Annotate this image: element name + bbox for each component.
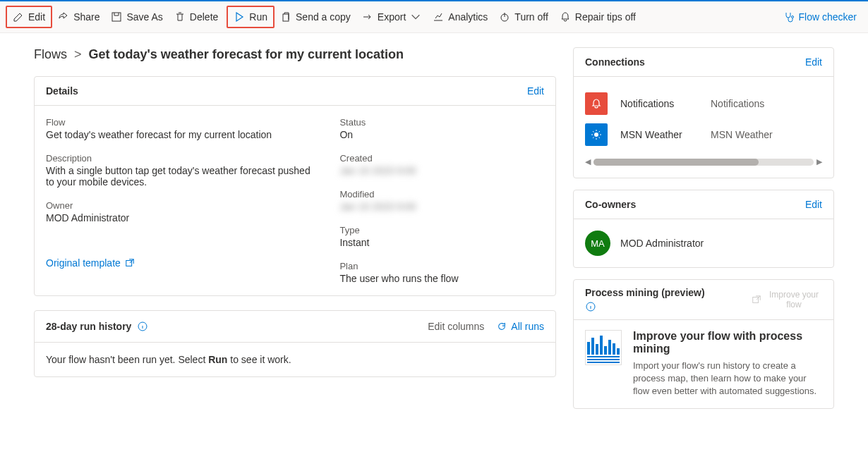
edit-button[interactable]: Edit bbox=[6, 6, 52, 28]
scroll-left-icon[interactable]: ◀ bbox=[585, 157, 591, 166]
refresh-icon bbox=[497, 321, 507, 331]
scroll-right-icon[interactable]: ▶ bbox=[816, 157, 822, 166]
info-icon[interactable] bbox=[585, 301, 596, 312]
coowners-card: Co-owners Edit MA MOD Administrator bbox=[573, 190, 834, 268]
connections-card: Connections Edit Notifications Notificat… bbox=[573, 47, 834, 178]
details-title: Details bbox=[46, 85, 78, 97]
description-value: With a single button tap get today's wea… bbox=[46, 165, 311, 188]
turn-off-button[interactable]: Turn off bbox=[493, 7, 553, 27]
info-icon[interactable] bbox=[137, 321, 148, 332]
power-icon bbox=[499, 11, 510, 23]
horizontal-scrollbar[interactable]: ◀ ▶ bbox=[585, 157, 822, 166]
connection-type: Notifications bbox=[711, 98, 764, 109]
open-icon bbox=[752, 295, 761, 305]
analytics-button[interactable]: Analytics bbox=[427, 7, 493, 27]
play-icon bbox=[234, 11, 245, 23]
modified-label: Modified bbox=[339, 189, 544, 200]
created-value: Jan 10 2023 9:00 bbox=[339, 165, 544, 176]
status-value: On bbox=[339, 129, 544, 140]
connection-type: MSN Weather bbox=[711, 129, 773, 140]
avatar: MA bbox=[585, 231, 610, 256]
repair-tips-button[interactable]: Repair tips off bbox=[554, 7, 641, 27]
details-card: Details Edit Flow Get today's weather fo… bbox=[34, 76, 556, 296]
connection-name: MSN Weather bbox=[620, 129, 698, 140]
analytics-icon bbox=[433, 11, 444, 23]
breadcrumb: Flows > Get today's weather forecast for… bbox=[34, 47, 556, 62]
breadcrumb-current: Get today's weather forecast for my curr… bbox=[89, 47, 404, 62]
flow-checker-button[interactable]: Flow checker bbox=[778, 7, 862, 27]
trash-icon bbox=[174, 11, 186, 23]
owner-label: Owner bbox=[46, 200, 311, 211]
coowners-edit-link[interactable]: Edit bbox=[805, 199, 822, 210]
flow-label: Flow bbox=[46, 117, 311, 128]
connection-name: Notifications bbox=[620, 98, 698, 109]
svg-rect-4 bbox=[126, 261, 132, 266]
run-history-title: 28-day run history bbox=[46, 321, 131, 332]
toolbar: Edit Share Save As Delete Run Send a cop… bbox=[0, 1, 868, 33]
open-icon bbox=[125, 258, 135, 268]
run-history-empty: Your flow hasn't been run yet. Select Ru… bbox=[35, 343, 555, 376]
status-label: Status bbox=[339, 117, 544, 128]
share-button[interactable]: Share bbox=[52, 7, 105, 27]
run-button[interactable]: Run bbox=[227, 6, 275, 28]
description-label: Description bbox=[46, 153, 311, 164]
process-mining-heading: Improve your flow with process mining bbox=[633, 330, 822, 355]
export-icon bbox=[362, 11, 373, 23]
improve-flow-link[interactable]: Improve your flow bbox=[752, 290, 822, 309]
connections-edit-link[interactable]: Edit bbox=[805, 56, 822, 68]
connection-row: Notifications Notifications bbox=[585, 88, 822, 119]
delete-button[interactable]: Delete bbox=[169, 7, 224, 27]
coowners-title: Co-owners bbox=[585, 199, 636, 210]
svg-rect-0 bbox=[112, 13, 121, 21]
chevron-down-icon bbox=[410, 11, 421, 23]
type-label: Type bbox=[339, 225, 544, 235]
breadcrumb-separator: > bbox=[74, 47, 82, 62]
flow-value: Get today's weather forecast for my curr… bbox=[46, 129, 311, 140]
copy-icon bbox=[280, 11, 291, 23]
type-value: Instant bbox=[339, 237, 544, 248]
export-button[interactable]: Export bbox=[356, 7, 427, 27]
process-mining-thumbnail bbox=[585, 330, 622, 365]
run-history-card: 28-day run history Edit columns All runs… bbox=[34, 310, 556, 377]
original-template-link[interactable]: Original template bbox=[46, 257, 311, 269]
save-icon bbox=[111, 11, 122, 23]
process-mining-title: Process mining (preview) bbox=[585, 287, 705, 298]
breadcrumb-root[interactable]: Flows bbox=[34, 47, 67, 62]
svg-point-3 bbox=[791, 16, 793, 18]
plan-label: Plan bbox=[339, 261, 544, 271]
process-mining-desc: Import your flow's run history to create… bbox=[633, 360, 822, 398]
send-copy-button[interactable]: Send a copy bbox=[275, 7, 356, 27]
svg-point-6 bbox=[594, 133, 598, 137]
bell-icon bbox=[560, 11, 571, 23]
owner-value: MOD Administrator bbox=[46, 212, 311, 223]
coowner-name: MOD Administrator bbox=[620, 238, 704, 249]
pencil-icon bbox=[13, 11, 24, 23]
weather-icon bbox=[585, 123, 608, 146]
plan-value: The user who runs the flow bbox=[339, 273, 544, 284]
edit-columns-link[interactable]: Edit columns bbox=[428, 321, 484, 332]
svg-rect-1 bbox=[283, 14, 289, 21]
connections-title: Connections bbox=[585, 56, 645, 68]
modified-value: Jan 10 2023 9:00 bbox=[339, 201, 544, 212]
share-icon bbox=[58, 11, 69, 23]
save-as-button[interactable]: Save As bbox=[105, 7, 168, 27]
svg-rect-8 bbox=[753, 298, 759, 303]
notifications-icon bbox=[585, 92, 608, 115]
all-runs-link[interactable]: All runs bbox=[497, 321, 544, 332]
coowner-row: MA MOD Administrator bbox=[585, 231, 822, 256]
stethoscope-icon bbox=[783, 11, 795, 23]
details-edit-link[interactable]: Edit bbox=[527, 85, 544, 97]
connection-row: MSN Weather MSN Weather bbox=[585, 119, 822, 150]
process-mining-card: Process mining (preview) Improve your fl… bbox=[573, 279, 834, 409]
created-label: Created bbox=[339, 153, 544, 164]
